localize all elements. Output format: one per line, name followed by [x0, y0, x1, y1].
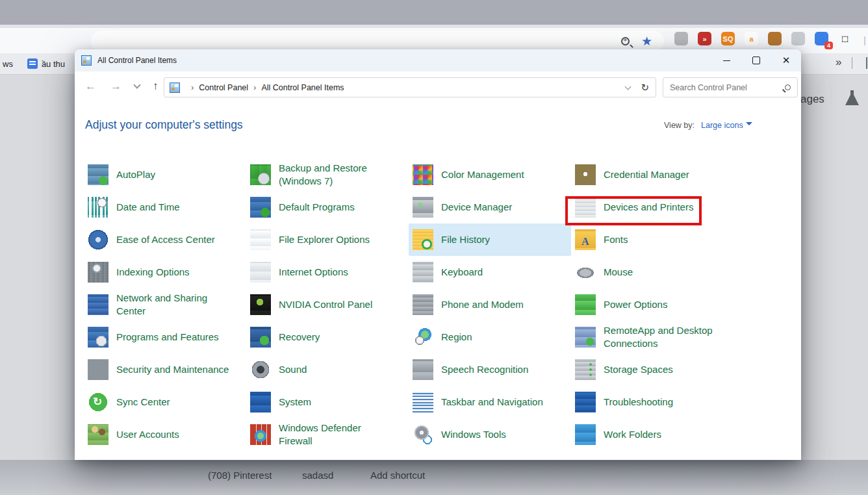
cp-item-color-management[interactable]: Color Management: [409, 159, 571, 191]
cookie-extension-icon[interactable]: [768, 32, 782, 45]
cp-item-label[interactable]: AutoPlay: [116, 168, 155, 181]
cp-item-system[interactable]: System: [246, 386, 409, 418]
cp-item-label[interactable]: Fonts: [604, 233, 628, 246]
address-dropdown-chevron-icon[interactable]: [625, 83, 632, 90]
cp-item-troubleshooting[interactable]: Troubleshooting: [571, 386, 734, 418]
up-icon[interactable]: ↑: [153, 80, 159, 93]
recorder-extension-icon[interactable]: [791, 32, 805, 45]
cp-item-date-and-time[interactable]: Date and Time: [84, 191, 246, 223]
cp-item-backup-and-restore-windows-7-[interactable]: Backup and Restore (Windows 7): [246, 159, 409, 191]
cp-item-remoteapp-and-desktop-connections[interactable]: RemoteApp and Desktop Connections: [571, 321, 734, 353]
cp-item-sound[interactable]: Sound: [246, 353, 409, 386]
close-button[interactable]: ✕: [771, 49, 801, 71]
forward-icon[interactable]: →: [110, 80, 121, 93]
cp-item-label[interactable]: Windows Tools: [441, 428, 506, 441]
cp-item-label[interactable]: NVIDIA Control Panel: [279, 298, 372, 311]
shortcut-sadasd[interactable]: sadasd: [302, 470, 333, 481]
cp-item-label[interactable]: Network and Sharing Center: [116, 292, 235, 318]
cp-item-label[interactable]: Mouse: [604, 266, 633, 279]
cp-item-ease-of-access-center[interactable]: Ease of Access Center: [84, 223, 246, 256]
cp-item-nvidia-control-panel[interactable]: NVIDIA Control Panel: [246, 288, 409, 321]
cp-item-phone-and-modem[interactable]: Phone and Modem: [409, 288, 571, 321]
cp-item-label[interactable]: Security and Maintenance: [116, 363, 229, 376]
cp-item-device-manager[interactable]: Device Manager: [409, 191, 571, 223]
cp-item-keyboard[interactable]: Keyboard: [409, 256, 571, 288]
cp-item-windows-defender-firewall[interactable]: Windows Defender Firewall: [246, 418, 409, 451]
pointer-extension-icon[interactable]: [674, 32, 688, 45]
cp-item-file-explorer-options[interactable]: File Explorer Options: [246, 223, 409, 256]
recent-pages-chevron-icon[interactable]: [133, 81, 140, 88]
cp-item-credential-manager[interactable]: Credential Manager: [571, 159, 734, 191]
cp-item-speech-recognition[interactable]: Speech Recognition: [409, 353, 571, 386]
bookmark-item[interactable]: ầu thu: [42, 59, 65, 69]
cp-item-label[interactable]: File Explorer Options: [279, 233, 370, 246]
cp-item-label[interactable]: Device Manager: [441, 201, 512, 214]
breadcrumb-all-items[interactable]: All Control Panel Items: [261, 83, 344, 92]
cp-item-label[interactable]: Power Options: [604, 298, 667, 311]
cp-item-label[interactable]: Backup and Restore (Windows 7): [279, 162, 397, 188]
cp-item-label[interactable]: Date and Time: [116, 201, 180, 214]
search-control-panel-input[interactable]: Search Control Panel: [663, 77, 798, 97]
images-link-partial[interactable]: ages: [800, 93, 824, 106]
shortcut-pinterest[interactable]: (708) Pinterest: [208, 470, 272, 481]
cp-item-label[interactable]: System: [279, 396, 311, 409]
puzzle-extensions-icon[interactable]: ⬚: [838, 32, 852, 45]
refresh-icon[interactable]: ↻: [641, 82, 649, 94]
cp-item-label[interactable]: Work Folders: [604, 428, 661, 441]
cp-item-label[interactable]: RemoteApp and Desktop Connections: [604, 324, 722, 351]
cp-item-security-and-maintenance[interactable]: Security and Maintenance: [84, 353, 246, 386]
cp-item-internet-options[interactable]: Internet Options: [246, 256, 409, 288]
cp-item-label[interactable]: Recovery: [279, 331, 320, 344]
search-icon[interactable]: [785, 84, 791, 90]
cp-item-taskbar-and-navigation[interactable]: Taskbar and Navigation: [409, 386, 571, 418]
cp-item-programs-and-features[interactable]: Programs and Features: [84, 321, 246, 353]
cp-item-label[interactable]: Sound: [279, 363, 307, 376]
cp-item-label[interactable]: Indexing Options: [116, 266, 190, 279]
cp-item-label[interactable]: Troubleshooting: [604, 396, 673, 409]
cp-item-windows-tools[interactable]: Windows Tools: [409, 418, 571, 451]
view-by-chevron-icon[interactable]: [746, 122, 752, 129]
view-by-control[interactable]: View by:Large icons: [664, 121, 752, 130]
cp-item-label[interactable]: File History: [441, 233, 490, 246]
address-bar[interactable]: ★: [91, 31, 664, 51]
cp-item-recovery[interactable]: Recovery: [246, 321, 409, 353]
cp-item-label[interactable]: Internet Options: [279, 266, 348, 279]
sq-extension-icon[interactable]: SQ: [721, 32, 735, 45]
cp-item-label[interactable]: Keyboard: [441, 266, 483, 279]
cp-item-label[interactable]: Region: [441, 331, 472, 344]
breadcrumb[interactable]: › Control Panel › All Control Panel Item…: [164, 77, 656, 97]
cp-item-power-options[interactable]: Power Options: [571, 288, 734, 321]
cp-item-default-programs[interactable]: Default Programs: [246, 191, 409, 223]
cp-item-label[interactable]: Ease of Access Center: [116, 233, 215, 246]
cp-item-label[interactable]: Default Programs: [279, 201, 355, 214]
cp-item-label[interactable]: Windows Defender Firewall: [279, 422, 397, 448]
bookmark-item-partial[interactable]: ws: [3, 59, 13, 69]
cp-item-network-and-sharing-center[interactable]: Network and Sharing Center: [84, 288, 246, 321]
cp-item-mouse[interactable]: Mouse: [571, 256, 734, 288]
labs-flask-icon[interactable]: [845, 90, 859, 105]
badge-extension-icon[interactable]: 4: [815, 32, 828, 45]
cp-item-storage-spaces[interactable]: Storage Spaces: [571, 353, 734, 386]
view-by-value[interactable]: Large icons: [701, 121, 743, 130]
cp-item-region[interactable]: Region: [409, 321, 571, 353]
window-titlebar[interactable]: All Control Panel Items ✕: [75, 49, 801, 71]
cp-item-label[interactable]: Programs and Features: [116, 331, 219, 344]
cp-item-file-history[interactable]: File History: [409, 223, 571, 256]
zoom-icon[interactable]: [621, 37, 630, 45]
cp-item-label[interactable]: Phone and Modem: [441, 298, 524, 311]
forward-extension-icon[interactable]: »: [698, 32, 711, 45]
cp-item-label[interactable]: Storage Spaces: [604, 363, 673, 376]
cp-item-label[interactable]: Taskbar and Navigation: [441, 396, 543, 409]
minimize-button[interactable]: [711, 49, 741, 71]
back-icon[interactable]: ←: [85, 80, 96, 93]
cp-item-label[interactable]: User Accounts: [116, 428, 179, 441]
cp-item-work-folders[interactable]: Work Folders: [571, 418, 734, 451]
cp-item-user-accounts[interactable]: User Accounts: [84, 418, 246, 451]
cp-item-fonts[interactable]: Fonts: [571, 223, 734, 256]
maximize-button[interactable]: [741, 49, 771, 71]
bookmarks-overflow-chevron[interactable]: »: [836, 56, 841, 69]
cp-item-label[interactable]: Credential Manager: [604, 168, 689, 181]
amazon-extension-icon[interactable]: a: [745, 32, 758, 45]
cp-item-label[interactable]: Speech Recognition: [441, 363, 528, 376]
cp-item-sync-center[interactable]: Sync Center: [84, 386, 246, 418]
